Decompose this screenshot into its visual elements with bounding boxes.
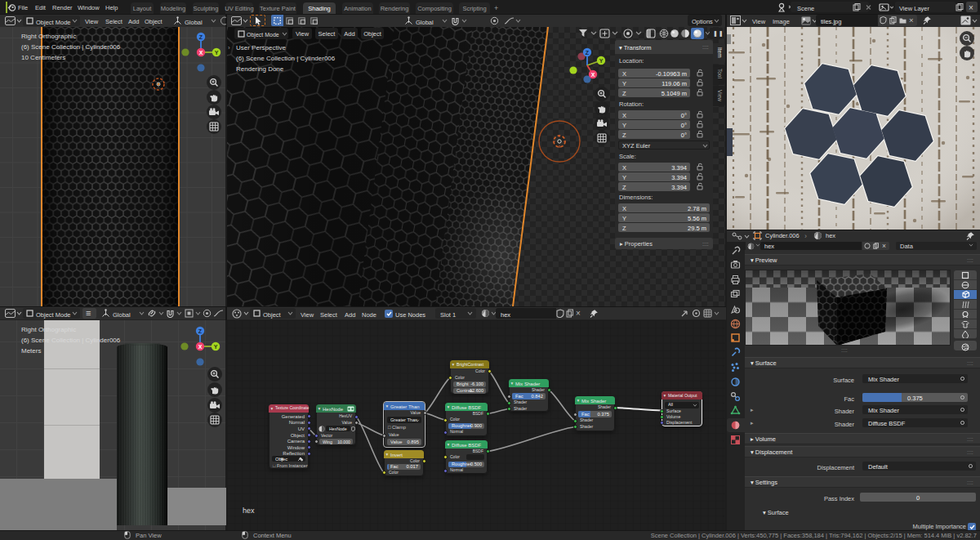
svg-text:X: X [199,50,203,56]
svg-text:Z: Z [198,328,203,334]
svg-text:Y: Y [215,50,219,56]
svg-text:Z: Z [199,34,203,40]
svg-text:X: X [198,344,203,350]
svg-text:Z: Z [586,50,590,56]
svg-text:Y: Y [214,344,218,350]
svg-text:Y: Y [599,58,604,64]
svg-text:X: X [591,72,595,78]
